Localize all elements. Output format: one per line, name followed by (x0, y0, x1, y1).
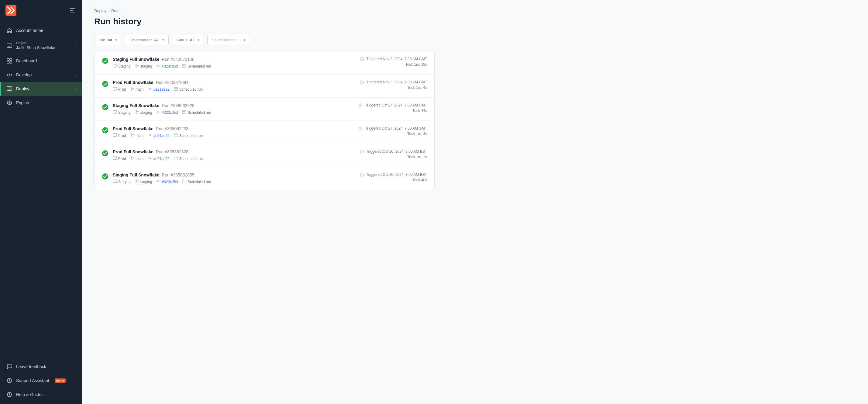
table-row[interactable]: Prod Full Snowflake Run #335882328 (95, 144, 434, 167)
svg-rect-94 (182, 180, 186, 183)
run-commit-link[interactable]: #323cd5d (162, 180, 178, 184)
run-trigger: Scheduled run (174, 87, 203, 92)
calendar-icon (174, 133, 178, 138)
environment-icon (113, 133, 117, 138)
filters-row: Job All ▾ Environment All ▾ Status All ▾… (94, 35, 435, 45)
table-row[interactable]: Staging Full Snowflake Run #338062928 (95, 98, 434, 121)
sidebar-collapse-button[interactable] (68, 6, 76, 15)
sidebar-item-label: Deploy (16, 86, 29, 91)
commit-icon (148, 133, 152, 138)
svg-rect-35 (113, 87, 117, 90)
commit-icon (148, 87, 152, 92)
svg-rect-2 (70, 10, 73, 11)
run-triggered-text: Triggered Oct 27, 2024, 7:00 AM GMT (359, 103, 427, 107)
runs-list: Staging Full Snowflake Run #340072106 (94, 51, 435, 190)
run-job-name: Prod Full Snowflake (113, 149, 153, 154)
commit-icon (156, 110, 160, 115)
run-title: Staging Full Snowflake Run #335882055 (113, 172, 211, 177)
dbt-logo (5, 5, 17, 16)
run-title: Prod Full Snowflake Run #335882328 (113, 149, 203, 154)
run-status-icon (102, 81, 108, 87)
sidebar-item-explore[interactable]: Explore (0, 96, 82, 110)
project-name: Jaffle Shop Snowflake (16, 45, 55, 50)
branch-icon (135, 179, 139, 184)
run-branch: main (130, 133, 144, 138)
environment-filter-caret-icon: ▾ (162, 38, 164, 42)
breadcrumb-deploy[interactable]: Deploy (94, 8, 106, 13)
run-environment: Staging (113, 64, 131, 69)
svg-point-47 (102, 104, 108, 110)
run-commit-link[interactable]: #323cd5d (162, 110, 178, 115)
run-meta: Staging (113, 64, 211, 69)
support-icon (6, 378, 12, 384)
run-commit-link[interactable]: #323cd5d (162, 64, 178, 68)
sidebar-item-develop[interactable]: Develop › (0, 68, 82, 82)
project-icon (6, 42, 12, 49)
run-environment: Staging (113, 179, 131, 184)
version-filter[interactable]: Select version... ▾ (207, 35, 250, 45)
job-filter-label: Job (99, 38, 105, 42)
sidebar-item-deploy[interactable]: Deploy › (0, 82, 82, 96)
table-row[interactable]: Prod Full Snowflake Run #338062233 (95, 121, 434, 144)
svg-rect-68 (174, 134, 178, 137)
sidebar-item-support-assistant[interactable]: Support Assistant BETA (0, 374, 82, 387)
table-row[interactable]: Prod Full Snowflake Run #340071891 (95, 75, 434, 98)
environment-icon (113, 64, 117, 69)
svg-point-12 (9, 102, 10, 104)
home-icon (6, 27, 12, 33)
run-job-name: Staging Full Snowflake (113, 172, 159, 177)
develop-chevron-icon: › (75, 73, 76, 77)
breadcrumb: Deploy / Runs (94, 8, 435, 13)
svg-line-9 (9, 73, 10, 77)
job-filter[interactable]: Job All ▾ (94, 35, 122, 45)
sidebar-item-help-guides[interactable]: Help & Guides › (0, 387, 82, 402)
status-filter[interactable]: Status All ▾ (172, 35, 204, 45)
run-commit: #e21ae92 (148, 133, 169, 138)
branch-icon (130, 156, 134, 161)
svg-point-26 (158, 65, 159, 67)
run-status-icon (102, 150, 108, 157)
svg-rect-55 (182, 111, 186, 114)
run-job-name: Staging Full Snowflake (113, 57, 159, 62)
sidebar-item-dashboard[interactable]: Dashboard (0, 54, 82, 68)
run-info-right: Triggered Nov 3, 2024, 7:00 AM GMT Took … (360, 80, 427, 90)
run-trigger: Scheduled run (182, 110, 211, 115)
sidebar-item-project[interactable]: Project Jaffle Shop Snowflake › (0, 37, 82, 54)
branch-icon (135, 110, 139, 115)
run-info-right: Triggered Oct 20, 2024, 8:00 AM BST Took… (360, 172, 427, 182)
sidebar-item-account-home[interactable]: Account home (0, 23, 82, 37)
svg-point-21 (102, 58, 108, 64)
run-commit-link[interactable]: #e21ae92 (153, 87, 169, 92)
clock-icon (360, 149, 365, 154)
environment-filter[interactable]: Environment All ▾ (125, 35, 168, 45)
branch-icon (130, 133, 134, 138)
sidebar-item-leave-feedback[interactable]: Leave feedback (0, 359, 82, 374)
svg-point-60 (102, 127, 108, 133)
table-row[interactable]: Staging Full Snowflake Run #340072106 (95, 51, 434, 75)
sidebar-nav: Account home Project Jaffle Shop Snowfla… (0, 21, 82, 357)
run-status-icon (102, 104, 108, 110)
svg-rect-29 (182, 64, 186, 67)
svg-rect-3 (70, 12, 75, 12)
svg-point-86 (102, 173, 108, 179)
environment-icon (113, 179, 117, 184)
run-status-icon (102, 57, 108, 64)
run-commit-link[interactable]: #e21ae92 (153, 134, 169, 138)
svg-rect-81 (174, 157, 178, 160)
run-environment: Prod (113, 156, 126, 161)
run-title: Staging Full Snowflake Run #338062928 (113, 103, 211, 108)
run-triggered-text: Triggered Oct 27, 2024, 7:00 AM GMT (359, 126, 427, 131)
svg-point-39 (149, 88, 151, 90)
svg-rect-6 (10, 58, 12, 61)
calendar-icon (182, 110, 186, 115)
svg-rect-22 (113, 64, 117, 67)
svg-point-91 (158, 181, 159, 182)
run-job-name: Staging Full Snowflake (113, 103, 159, 108)
run-meta: Prod (113, 156, 203, 161)
clock-icon (359, 126, 364, 131)
help-guides-chevron-icon: › (75, 393, 76, 397)
table-row[interactable]: Staging Full Snowflake Run #335882055 (95, 167, 434, 190)
run-commit-link[interactable]: #e21ae92 (153, 157, 169, 161)
run-number: Run #340072106 (162, 57, 194, 62)
run-triggered-text: Triggered Oct 20, 2024, 8:00 AM BST (360, 172, 427, 177)
